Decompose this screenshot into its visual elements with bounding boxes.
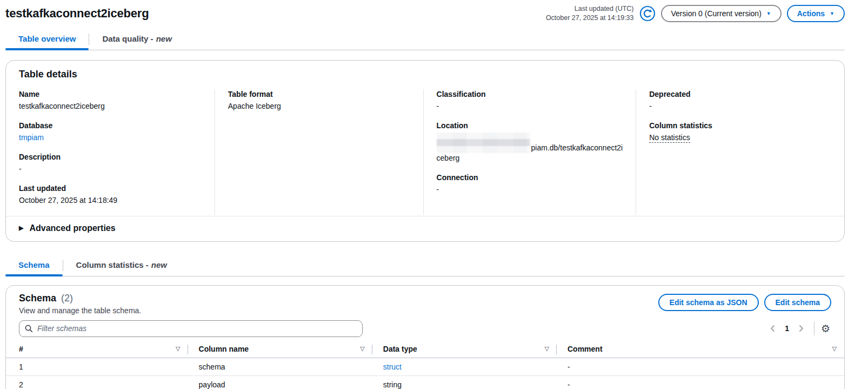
field-description-value: - [19, 164, 202, 174]
field-table-format: Table format Apache Iceberg [228, 89, 410, 111]
schema-panel-header: Schema (2) View and manage the table sch… [6, 286, 844, 315]
field-description-label: Description [19, 152, 202, 162]
field-column-statistics-label: Column statistics [649, 121, 831, 131]
toolbar-divider [814, 321, 814, 335]
cell-column-name: payload [188, 375, 372, 389]
filter-schemas-input[interactable] [19, 320, 363, 337]
last-updated-block: Last updated (UTC) October 27, 2025 at 1… [546, 4, 634, 23]
details-column-2: Table format Apache Iceberg [215, 89, 423, 215]
column-header-number: # ▽ [6, 341, 188, 358]
gear-icon: ⚙ [821, 323, 830, 334]
data-type-link[interactable]: struct [383, 362, 402, 371]
schema-filter [19, 320, 363, 337]
chevron-down-icon: ▼ [766, 11, 771, 16]
field-deprecated-label: Deprecated [649, 89, 831, 100]
page-title: testkafkaconnect2iceberg [5, 6, 149, 21]
settings-button[interactable]: ⚙ [820, 324, 831, 334]
new-badge: new [151, 260, 167, 269]
schema-title-block: Schema (2) View and manage the table sch… [19, 293, 141, 315]
previous-page-button[interactable] [766, 323, 779, 334]
cell-column-name: schema [188, 358, 372, 375]
expand-triangle-icon: ▶ [19, 225, 23, 231]
new-badge: new [156, 34, 172, 43]
chevron-down-icon: ▼ [830, 11, 834, 16]
field-classification-label: Classification [437, 89, 623, 100]
edit-schema-json-button[interactable]: Edit schema as JSON [658, 294, 759, 311]
tab-column-statistics[interactable]: Column statistics -new [63, 255, 180, 276]
field-last-updated-value: October 27, 2025 at 14:18:49 [19, 195, 202, 206]
details-column-1: Name testkafkaconnect2iceberg Database t… [6, 89, 215, 215]
column-header-number-label: # [19, 345, 23, 353]
header-actions: Last updated (UTC) October 27, 2025 at 1… [546, 4, 845, 23]
location-value-line1: piam.db/testkafkaconnect2i [531, 143, 623, 153]
table-details-card: Table details Name testkafkaconnect2iceb… [5, 60, 845, 242]
actions-button[interactable]: Actions ▼ [787, 5, 845, 22]
no-statistics-link[interactable]: No statistics [649, 133, 690, 143]
main-tabs: Table overview Data quality -new [5, 29, 845, 50]
tab-data-quality[interactable]: Data quality -new [89, 29, 184, 50]
field-location: Location piam.db/testkafkaconnect2i cebe… [437, 121, 623, 163]
schema-count: (2) [61, 293, 73, 304]
field-table-format-label: Table format [228, 89, 410, 100]
field-name: Name testkafkaconnect2iceberg [19, 89, 202, 111]
tab-schema-label: Schema [18, 260, 50, 269]
schema-toolbar: 1 ⚙ [6, 315, 844, 340]
column-header-data-type: Data type ▽ [372, 341, 557, 358]
field-location-label: Location [437, 121, 623, 131]
table-row: 1 schema struct - [6, 358, 844, 375]
field-deprecated-value: - [649, 101, 831, 111]
last-updated-value: October 27, 2025 at 14:19:33 [546, 14, 634, 23]
field-column-statistics: Column statistics No statistics [649, 121, 831, 143]
schema-action-buttons: Edit schema as JSON Edit schema [658, 293, 831, 311]
filter-icon[interactable]: ▽ [356, 346, 364, 352]
tab-data-quality-label: Data quality - [102, 34, 153, 43]
field-description: Description - [19, 152, 202, 174]
filter-icon[interactable]: ▽ [828, 346, 837, 352]
field-database: Database tmpiam [19, 121, 202, 143]
tab-table-overview-label: Table overview [18, 34, 76, 43]
current-page-number[interactable]: 1 [779, 324, 794, 333]
field-last-updated: Last updated October 27, 2025 at 14:18:4… [19, 183, 202, 206]
table-row: 2 payload string - [6, 375, 844, 389]
version-dropdown[interactable]: Version 0 (Current version) ▼ [661, 5, 782, 22]
refresh-button[interactable] [639, 5, 656, 22]
field-connection-label: Connection [437, 173, 623, 183]
schema-tabs: Schema Column statistics -new [5, 255, 845, 276]
field-name-value: testkafkaconnect2iceberg [19, 101, 202, 111]
field-classification: Classification - [437, 89, 623, 111]
cell-comment: - [557, 375, 844, 389]
version-dropdown-label: Version 0 (Current version) [671, 9, 762, 18]
field-location-value: piam.db/testkafkaconnect2i ceberg [437, 133, 623, 163]
schema-description: View and manage the table schema. [19, 306, 141, 315]
filter-icon[interactable]: ▽ [171, 346, 180, 352]
redacted-location-block [437, 133, 530, 153]
chevron-right-icon [797, 324, 805, 333]
tab-schema[interactable]: Schema [5, 255, 63, 276]
pagination: 1 ⚙ [766, 321, 831, 335]
cell-number: 1 [6, 358, 188, 375]
details-column-4: Deprecated - Column statistics No statis… [636, 89, 844, 215]
page: testkafkaconnect2iceberg Last updated (U… [0, 0, 868, 389]
location-value-line2: ceberg [437, 153, 623, 163]
table-details-title: Table details [19, 69, 77, 80]
tab-table-overview[interactable]: Table overview [5, 29, 89, 50]
next-page-button[interactable] [794, 323, 807, 334]
column-header-comment-label: Comment [567, 345, 603, 353]
schema-title: Schema [19, 293, 56, 304]
advanced-properties-label: Advanced properties [29, 223, 115, 233]
schema-card: Schema (2) View and manage the table sch… [5, 285, 845, 389]
database-link[interactable]: tmpiam [19, 133, 44, 142]
field-database-label: Database [19, 121, 202, 131]
filter-icon[interactable]: ▽ [540, 346, 549, 352]
edit-schema-button[interactable]: Edit schema [764, 294, 831, 311]
refresh-icon [639, 5, 656, 22]
column-header-column-name: Column name ▽ [188, 341, 372, 358]
column-header-column-name-label: Column name [199, 345, 249, 353]
page-header: testkafkaconnect2iceberg Last updated (U… [5, 4, 845, 23]
cell-comment: - [557, 358, 844, 375]
cell-data-type: string [372, 375, 557, 389]
tab-column-statistics-label: Column statistics - [76, 260, 149, 269]
field-connection-value: - [437, 184, 623, 195]
field-table-format-value: Apache Iceberg [228, 101, 410, 111]
advanced-properties-expander[interactable]: ▶ Advanced properties [6, 216, 844, 241]
